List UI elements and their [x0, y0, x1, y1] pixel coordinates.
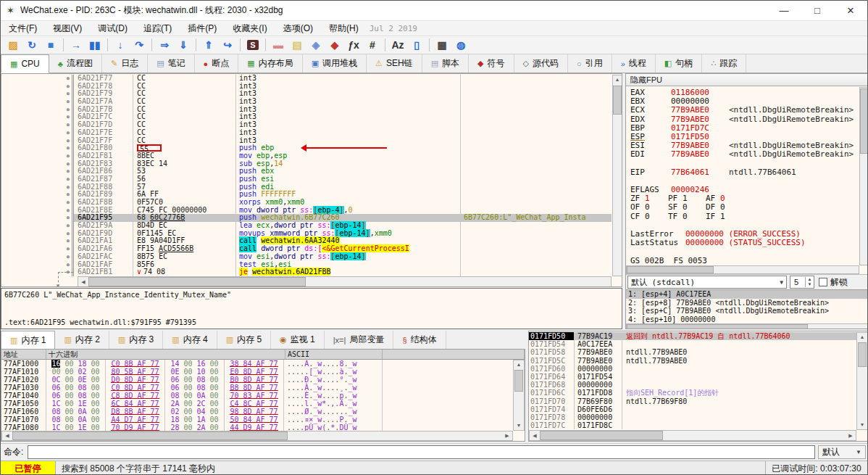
stack-row[interactable]: 0171FD6800000000 [529, 381, 856, 389]
command-input[interactable] [28, 445, 815, 459]
scrollbar-thumb[interactable] [12, 431, 288, 440]
execute-till-return-button[interactable]: ⇑ [200, 37, 217, 53]
scrollbar-thumb[interactable] [88, 277, 306, 286]
stack-argument-row[interactable]: 1: [esp+4] A0C17EEA [626, 290, 868, 299]
scrollbar-thumb[interactable] [627, 266, 714, 273]
tab-断点[interactable]: ●断点 [195, 54, 239, 73]
restart-button[interactable]: ↻ [23, 37, 41, 53]
run-to-user-code-button[interactable]: ⇒ [156, 37, 173, 53]
dump-row[interactable]: 77AF100016 00 18 00C0 8B AF 7714 00 16 0… [1, 360, 513, 368]
tab-局部变量[interactable]: |x=|局部变量 [325, 331, 394, 349]
disasm-row[interactable]: ●6AD21FAC8B75 ECmov esi,dword ptr ss:[eb… [1, 253, 612, 261]
run-button[interactable]: → [67, 37, 85, 53]
scrollbar-thumb[interactable] [514, 370, 523, 392]
stack-argument-row[interactable]: 4: [esp+10] 00000000 [626, 315, 868, 324]
stack-argument-row[interactable]: 2: [esp+8] 77B9ABE0 <ntdll.DbgUiRemoteBr… [626, 299, 868, 307]
tab-线程[interactable]: »线程 [612, 54, 656, 73]
tab-脚本[interactable]: ▤脚本 [422, 54, 469, 73]
comment-button[interactable]: ▤ [288, 37, 306, 53]
stack-row[interactable]: 0171FD5877B9ABE0ntdll.77B9ABE0 [529, 348, 856, 356]
registers-horizontal-scrollbar[interactable] [626, 265, 859, 274]
command-profile-select[interactable]: 默认 ▼ [818, 445, 866, 459]
menu-item-2[interactable]: 调试(D) [90, 21, 135, 36]
dump-vertical-scrollbar[interactable]: ▲ ▼ [513, 360, 525, 431]
step-out-button[interactable]: ↪ [219, 37, 236, 53]
stack-row[interactable]: 0171FD5C77B9ABE0ntdll.77B9ABE0 [529, 357, 856, 365]
dump-row[interactable]: 77AF106008 00 0A 00D8 8B AF 7702 00 04 0… [1, 408, 513, 416]
tab-内存 1[interactable]: ▥内存 1 [1, 331, 55, 350]
tab-源代码[interactable]: ◇源代码 [514, 54, 568, 73]
globe-button[interactable]: ◍ [452, 37, 470, 53]
tab-笔记[interactable]: ▤笔记 [148, 54, 194, 73]
scrollbar-thumb[interactable] [860, 88, 868, 154]
hide-fpu-button[interactable]: 隐藏FPU [626, 74, 868, 86]
tab-SEH链[interactable]: ⚠SEH链 [367, 54, 422, 73]
scrollbar-thumb[interactable] [627, 324, 808, 329]
bookmark-button[interactable]: ◆ [326, 37, 343, 53]
register-line[interactable]: EAX01186000 [630, 88, 859, 97]
tab-句柄[interactable]: ◧句柄 [656, 54, 702, 73]
stack-row[interactable]: 0171FD7800000000 [529, 413, 856, 421]
scroll-up-icon[interactable]: ▲ [857, 333, 867, 342]
register-line[interactable]: OF 0SF 0DF 0 [630, 203, 859, 212]
stack-horizontal-scrollbar[interactable]: ◀ ▶ [529, 430, 856, 441]
register-line[interactable]: CF 0TF 0IF 1 [630, 212, 859, 221]
tab-监视 1[interactable]: ◉监视 1 [271, 331, 325, 349]
patch-button[interactable]: ▬ [270, 37, 287, 53]
tab-内存 2[interactable]: ▥内存 2 [55, 331, 109, 349]
menu-item-4[interactable]: 插件(P) [180, 21, 225, 36]
dump-row[interactable]: 77AF10200C 00 0E 00D0 8D AF 7706 00 08 0… [1, 376, 513, 384]
register-line[interactable]: ZF 1PF 1AF 0 [630, 194, 859, 203]
stack-row[interactable]: 0171FD7077B69F80ntdll.77B69F80 [529, 397, 856, 405]
font-button[interactable]: Az [389, 37, 406, 53]
scroll-right-icon[interactable]: ▶ [502, 433, 512, 439]
scroll-down-icon[interactable]: ▼ [514, 421, 524, 430]
scroll-left-icon[interactable]: ◀ [78, 279, 88, 285]
arg-count-stepper[interactable]: 5 ▲▼ [790, 276, 814, 289]
menu-item-0[interactable]: 文件(F) [1, 21, 45, 36]
hash-button[interactable]: # [364, 37, 381, 53]
dump-horizontal-scrollbar[interactable]: ◀ ▶ [1, 431, 513, 441]
stack-row[interactable]: 0171FD74D60FE6D6 [529, 405, 856, 413]
stack-row[interactable]: 0171FD5077B9AC19返回到 ntdll.77B9AC19 自 ntd… [529, 332, 856, 340]
checkbox-icon[interactable] [819, 278, 827, 286]
function-button[interactable]: ƒx [345, 37, 362, 53]
dump-row[interactable]: 77AF10801C 00 1E 0070 D9 AF 7728 00 2A 0… [1, 424, 513, 431]
args-horizontal-scrollbar[interactable] [626, 323, 868, 329]
spinner-arrows-icon[interactable]: ▲▼ [805, 277, 814, 287]
scroll-down-icon[interactable]: ▼ [857, 421, 867, 429]
tab-内存 4[interactable]: ▥内存 4 [163, 331, 217, 349]
scroll-right-icon[interactable]: ▶ [846, 433, 856, 439]
dump-row[interactable]: 77AF107008 00 0A 00A4 D7 AF 7718 00 1A 0… [1, 416, 513, 424]
tab-符号[interactable]: ◆符号 [469, 54, 514, 73]
tab-引用[interactable]: ○引用 [568, 54, 612, 73]
dump-row[interactable]: 77AF103006 00 08 00C0 8D AF 7706 00 08 0… [1, 384, 513, 392]
disasm-horizontal-scrollbar[interactable]: ◀ [78, 276, 612, 287]
scrollbar-thumb[interactable] [858, 342, 867, 367]
disasm-row[interactable]: ●6AD21FB1∨74 08je wechatwin.6AD21FBB [1, 268, 612, 276]
tab-CPU[interactable]: ▦CPU [1, 54, 49, 73]
register-line[interactable] [630, 177, 859, 186]
stack-argument-row[interactable]: 3: [esp+C] 77B9ABE0 <ntdll.DbgUiRemoteBr… [626, 307, 868, 315]
register-line[interactable]: EBP0171FD7C [630, 124, 859, 133]
scrollbar-thumb[interactable] [613, 86, 622, 115]
dump-row[interactable]: 77AF101000 00 02 0080 5B AF 770E 00 10 0… [1, 368, 513, 376]
calling-convention-select[interactable]: 默认 (stdcall) ▼ [627, 276, 787, 289]
tab-内存 3[interactable]: ▥内存 3 [109, 331, 163, 349]
step-down-button[interactable]: ⇓ [175, 37, 192, 53]
device-button[interactable]: ▯ [408, 37, 425, 53]
menu-item-6[interactable]: 选项(O) [275, 21, 321, 36]
unlock-checkbox[interactable]: 解锁 [819, 276, 848, 289]
tab-日志[interactable]: ✎日志 [102, 54, 148, 73]
register-line[interactable]: EFLAGS00000246 [630, 186, 859, 194]
tab-流程图[interactable]: ♣流程图 [49, 54, 102, 73]
tab-跟踪[interactable]: ∴跟踪 [702, 54, 746, 73]
step-into-button[interactable]: ↓ [112, 37, 129, 53]
stack-row[interactable]: 0171FD640171FD54 [529, 373, 856, 381]
open-file-button[interactable]: ▨ [4, 37, 22, 53]
scroll-up-icon[interactable]: ▲ [514, 360, 524, 369]
close-button[interactable]: ✕ [834, 1, 867, 20]
menu-item-5[interactable]: 收藏夹(I) [225, 21, 275, 36]
disasm-row[interactable]: ●6AD21F7ECCint3 [1, 129, 612, 137]
scrollbar-thumb[interactable] [540, 431, 663, 440]
